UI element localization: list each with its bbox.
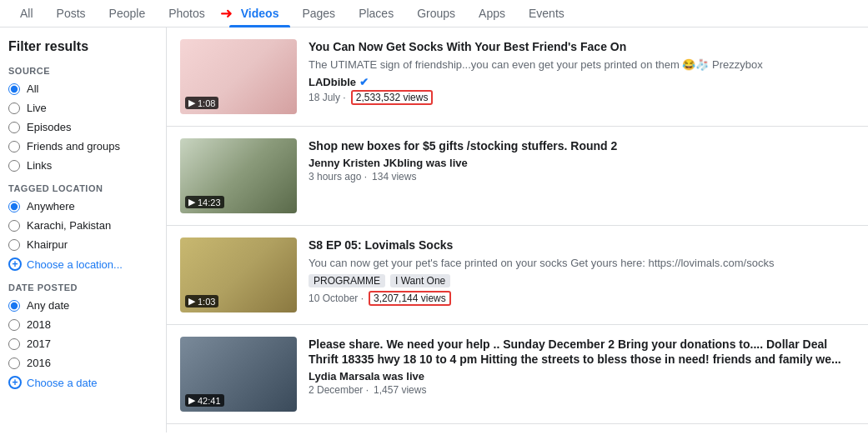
tab-pages[interactable]: Pages — [290, 0, 347, 27]
source-all-option[interactable]: All — [8, 82, 158, 95]
result-content: You Can Now Get Socks With Your Best Fri… — [309, 39, 855, 105]
result-date: 3 hours ago · — [309, 171, 367, 182]
choose-date-link[interactable]: + Choose a date — [8, 376, 158, 389]
video-thumbnail[interactable]: ▶14:23 — [180, 138, 297, 213]
source-live-label: Live — [27, 102, 47, 114]
result-content: Please share. We need your help .. Sunda… — [309, 337, 855, 396]
source-section-label: SOURCE — [8, 66, 158, 76]
results-area: ▶1:08You Can Now Get Socks With Your Bes… — [167, 28, 868, 432]
views-highlighted: 3,207,144 views — [369, 291, 451, 306]
date-2018-radio[interactable] — [8, 319, 20, 331]
location-anywhere-radio[interactable] — [8, 201, 20, 212]
tab-groups[interactable]: Groups — [405, 0, 467, 27]
video-thumbnail[interactable]: ▶1:08 — [180, 39, 297, 114]
result-item: Mr. Bush's final pair of socksFormer Pre… — [167, 424, 868, 432]
source-episodes-option[interactable]: Episodes — [8, 121, 158, 133]
tab-places[interactable]: Places — [347, 0, 405, 27]
plus-location-icon: + — [8, 258, 22, 271]
date-2017-option[interactable]: 2017 — [8, 338, 158, 350]
source-links-radio[interactable] — [8, 160, 20, 172]
play-icon: ▶ — [188, 296, 195, 307]
result-meta: 18 July ·2,533,532 views — [309, 90, 855, 105]
date-2017-radio[interactable] — [8, 338, 20, 350]
location-karachi-option[interactable]: Karachi, Pakistan — [8, 219, 158, 232]
tab-all[interactable]: All — [8, 0, 45, 27]
result-source: Jenny Kristen JKbling was live — [309, 157, 855, 169]
date-2016-option[interactable]: 2016 — [8, 357, 158, 369]
date-2018-label: 2018 — [27, 318, 51, 331]
result-description: You can now get your pet's face printed … — [309, 256, 855, 271]
result-content: S8 EP 05: Lovimals SocksYou can now get … — [309, 238, 855, 306]
source-links-label: Links — [27, 159, 52, 172]
location-section-label: TAGGED LOCATION — [8, 183, 158, 193]
views-highlighted: 2,533,532 views — [351, 90, 434, 105]
result-title[interactable]: Please share. We need your help .. Sunda… — [309, 337, 855, 367]
date-section-label: DATE POSTED — [8, 282, 158, 292]
date-2018-option[interactable]: 2018 — [8, 318, 158, 331]
result-date: 18 July · — [309, 92, 346, 103]
play-icon: ▶ — [188, 197, 195, 208]
result-content: Shop new boxes for $5 gifts /stocking st… — [309, 138, 855, 182]
views-text: 1,457 views — [374, 384, 426, 396]
result-title[interactable]: S8 EP 05: Lovimals Socks — [309, 238, 855, 252]
tab-videos[interactable]: Videos — [229, 0, 291, 27]
result-item: ▶14:23Shop new boxes for $5 gifts /stock… — [167, 127, 868, 226]
tag-badge: I Want One — [390, 274, 450, 288]
duration-badge: ▶1:08 — [185, 97, 218, 109]
date-2016-label: 2016 — [27, 357, 51, 369]
date-any-radio[interactable] — [8, 300, 20, 312]
result-item: ▶1:03S8 EP 05: Lovimals SocksYou can now… — [167, 226, 868, 325]
location-khairpur-option[interactable]: Khairpur — [8, 238, 158, 251]
source-episodes-radio[interactable] — [8, 122, 20, 133]
source-live-radio[interactable] — [8, 102, 20, 114]
result-title[interactable]: Shop new boxes for $5 gifts /stocking st… — [309, 138, 855, 153]
tab-events[interactable]: Events — [517, 0, 576, 27]
tag-badge: PROGRAMME — [309, 274, 385, 288]
tab-bar: All Posts People Photos ➜ Videos Pages P… — [0, 0, 868, 28]
duration-badge: ▶42:41 — [185, 394, 224, 407]
date-2017-label: 2017 — [27, 338, 51, 350]
result-date: 10 October · — [309, 292, 364, 304]
result-source: Lydia Marsala was live — [309, 370, 855, 382]
result-item: ▶42:41Please share. We need your help ..… — [167, 325, 868, 424]
location-khairpur-radio[interactable] — [8, 239, 20, 251]
source-friends-option[interactable]: Friends and groups — [8, 140, 158, 152]
location-anywhere-label: Anywhere — [27, 200, 75, 212]
result-meta: 10 October ·3,207,144 views — [309, 291, 855, 306]
location-karachi-label: Karachi, Pakistan — [27, 219, 111, 232]
choose-date-label: Choose a date — [27, 377, 98, 389]
source-all-label: All — [27, 82, 38, 95]
video-thumbnail[interactable]: ▶42:41 — [180, 337, 297, 412]
sidebar: Filter results SOURCE All Live Episodes … — [0, 28, 167, 432]
tab-posts[interactable]: Posts — [45, 0, 98, 27]
result-meta: 2 December ·1,457 views — [309, 384, 855, 396]
plus-date-icon: + — [8, 376, 22, 389]
tab-apps[interactable]: Apps — [467, 0, 517, 27]
location-khairpur-label: Khairpur — [27, 238, 68, 251]
play-icon: ▶ — [188, 395, 195, 406]
filter-title: Filter results — [8, 39, 158, 54]
duration-badge: ▶14:23 — [185, 196, 224, 208]
play-icon: ▶ — [188, 98, 195, 108]
views-text: 134 views — [372, 171, 416, 182]
source-links-option[interactable]: Links — [8, 159, 158, 172]
video-thumbnail[interactable]: ▶1:03 — [180, 238, 297, 312]
location-anywhere-option[interactable]: Anywhere — [8, 200, 158, 212]
tab-photos[interactable]: Photos — [157, 0, 217, 27]
date-2016-radio[interactable] — [8, 358, 20, 369]
choose-location-link[interactable]: + Choose a location... — [8, 258, 158, 271]
source-live-option[interactable]: Live — [8, 102, 158, 114]
verified-badge: ✔ — [359, 76, 369, 88]
result-meta: 3 hours ago ·134 views — [309, 171, 855, 182]
location-karachi-radio[interactable] — [8, 220, 20, 232]
source-episodes-label: Episodes — [27, 121, 71, 133]
source-friends-label: Friends and groups — [27, 140, 120, 152]
result-source: LADbible✔ — [309, 76, 855, 88]
date-any-option[interactable]: Any date — [8, 299, 158, 312]
source-all-radio[interactable] — [8, 83, 20, 95]
result-title[interactable]: You Can Now Get Socks With Your Best Fri… — [309, 39, 855, 54]
result-item: ▶1:08You Can Now Get Socks With Your Bes… — [167, 28, 868, 127]
source-friends-radio[interactable] — [8, 141, 20, 152]
tab-people[interactable]: People — [98, 0, 158, 27]
date-any-label: Any date — [27, 299, 69, 312]
